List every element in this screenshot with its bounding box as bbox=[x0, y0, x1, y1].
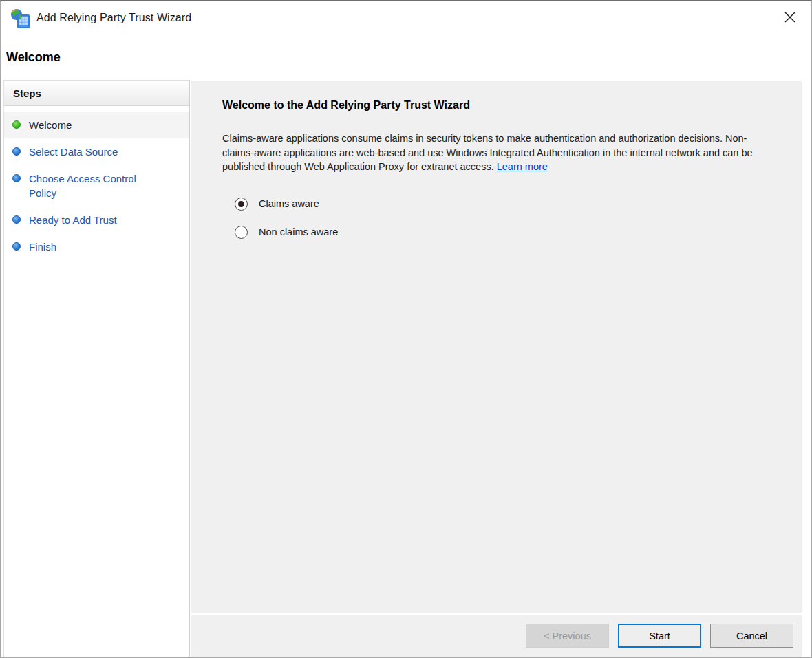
page-title: Welcome bbox=[6, 50, 61, 65]
step-status-icon bbox=[12, 174, 21, 182]
radio-selected-icon[interactable] bbox=[235, 198, 248, 211]
step-item-select-data-source[interactable]: Select Data Source bbox=[4, 138, 189, 165]
wizard-content-panel: Welcome to the Add Relying Party Trust W… bbox=[191, 81, 802, 613]
application-type-radio-group: Claims aware Non claims aware bbox=[222, 198, 767, 239]
previous-button: < Previous bbox=[526, 624, 609, 648]
step-status-icon bbox=[12, 242, 21, 251]
start-button[interactable]: Start bbox=[618, 624, 701, 648]
step-label: Choose Access Control Policy bbox=[29, 171, 154, 200]
radio-label: Non claims aware bbox=[259, 226, 338, 237]
step-label: Ready to Add Trust bbox=[29, 213, 117, 227]
step-status-icon bbox=[12, 147, 21, 156]
wizard-footer: < Previous Start Cancel bbox=[191, 615, 802, 658]
radio-non-claims-aware[interactable]: Non claims aware bbox=[235, 226, 767, 239]
close-icon bbox=[782, 10, 798, 27]
step-status-icon bbox=[12, 215, 21, 224]
steps-header: Steps bbox=[4, 81, 189, 106]
radio-unselected-icon[interactable] bbox=[235, 226, 248, 239]
close-button[interactable] bbox=[780, 8, 800, 28]
cancel-button[interactable]: Cancel bbox=[710, 624, 793, 648]
step-item-ready-to-add-trust[interactable]: Ready to Add Trust bbox=[4, 206, 189, 233]
radio-claims-aware[interactable]: Claims aware bbox=[235, 198, 767, 211]
content-heading: Welcome to the Add Relying Party Trust W… bbox=[222, 99, 767, 112]
titlebar: Add Relying Party Trust Wizard bbox=[1, 1, 811, 39]
radio-label: Claims aware bbox=[259, 198, 319, 209]
description-text: Claims-aware applications consume claims… bbox=[222, 133, 753, 172]
steps-sidebar: Steps Welcome Select Data Source Choose … bbox=[3, 80, 190, 657]
content-description: Claims-aware applications consume claims… bbox=[222, 131, 758, 174]
step-item-choose-access-control-policy[interactable]: Choose Access Control Policy bbox=[4, 165, 189, 206]
step-label: Finish bbox=[29, 240, 56, 254]
step-label: Welcome bbox=[29, 118, 72, 132]
adfs-app-icon bbox=[10, 8, 32, 30]
step-item-finish[interactable]: Finish bbox=[4, 233, 189, 260]
step-label: Select Data Source bbox=[29, 145, 118, 159]
step-item-welcome[interactable]: Welcome bbox=[4, 112, 189, 138]
window-title: Add Relying Party Trust Wizard bbox=[36, 12, 191, 24]
steps-list: Welcome Select Data Source Choose Access… bbox=[4, 106, 189, 260]
learn-more-link[interactable]: Learn more bbox=[497, 161, 548, 172]
step-status-icon-active bbox=[12, 120, 21, 129]
